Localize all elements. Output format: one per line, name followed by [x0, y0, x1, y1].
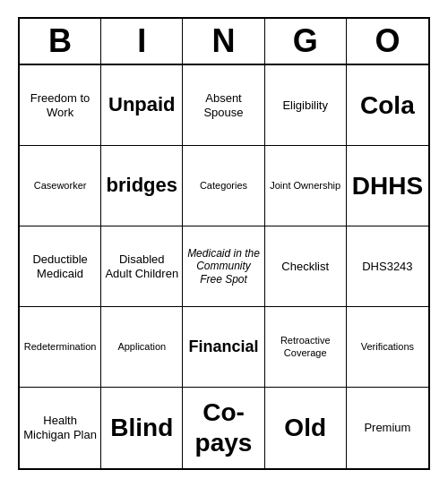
cell-text-8: Joint Ownership: [270, 180, 340, 192]
bingo-cell-14: DHS3243: [347, 226, 428, 307]
bingo-cell-1: Unpaid: [101, 65, 183, 146]
cell-text-6: bridges: [107, 174, 177, 197]
bingo-cell-17: Financial: [183, 307, 264, 388]
cell-text-23: Old: [284, 413, 326, 443]
bingo-cell-5: Caseworker: [20, 146, 101, 226]
bingo-cell-24: Premium: [347, 388, 428, 468]
cell-text-19: Verifications: [361, 341, 414, 353]
bingo-cell-21: Blind: [101, 388, 183, 468]
cell-text-21: Blind: [110, 413, 173, 443]
bingo-cell-11: Disabled Adult Children: [101, 226, 183, 307]
bingo-cell-18: Retroactive Coverage: [265, 307, 347, 388]
bingo-cell-2: Absent Spouse: [183, 65, 264, 146]
cell-text-4: Cola: [360, 90, 415, 121]
header-letter-g: G: [265, 19, 347, 64]
bingo-cell-15: Redetermination: [20, 307, 101, 388]
cell-text-10: Deductible Medicaid: [23, 252, 97, 280]
bingo-cell-19: Verifications: [347, 307, 428, 388]
cell-text-14: DHS3243: [362, 260, 412, 274]
bingo-cell-9: DHHS: [347, 146, 428, 226]
bingo-cell-3: Eligibility: [265, 65, 347, 146]
bingo-cell-6: bridges: [101, 146, 183, 226]
cell-text-17: Financial: [188, 337, 258, 357]
cell-text-9: DHHS: [352, 171, 423, 201]
cell-text-16: Application: [117, 341, 166, 353]
bingo-cell-12: Medicaid in the Community Free Spot: [183, 226, 264, 307]
cell-text-24: Premium: [364, 421, 410, 435]
bingo-cell-4: Cola: [347, 65, 428, 146]
header-letter-i: I: [101, 19, 183, 64]
cell-text-0: Freedom to Work: [23, 91, 97, 119]
cell-text-1: Unpaid: [108, 93, 176, 116]
cell-text-5: Caseworker: [34, 180, 87, 192]
cell-text-2: Absent Spouse: [186, 91, 260, 119]
cell-text-18: Retroactive Coverage: [269, 335, 342, 358]
cell-text-15: Redetermination: [24, 341, 97, 353]
header-letter-b: B: [20, 19, 101, 64]
bingo-card: BINGO Freedom to WorkUnpaidAbsent Spouse…: [18, 17, 430, 470]
cell-text-11: Disabled Adult Children: [105, 252, 178, 280]
bingo-cell-16: Application: [101, 307, 183, 388]
bingo-cell-8: Joint Ownership: [265, 146, 347, 226]
cell-text-22: Co-pays: [186, 397, 260, 457]
header-letter-o: O: [347, 19, 428, 64]
bingo-cell-22: Co-pays: [183, 388, 264, 468]
bingo-cell-10: Deductible Medicaid: [20, 226, 101, 307]
cell-text-12: Medicaid in the Community Free Spot: [186, 247, 260, 286]
bingo-grid: Freedom to WorkUnpaidAbsent SpouseEligib…: [20, 65, 428, 468]
cell-text-13: Checklist: [281, 260, 329, 274]
cell-text-3: Eligibility: [282, 98, 328, 113]
cell-text-20: Health Michigan Plan: [23, 414, 97, 441]
bingo-cell-0: Freedom to Work: [20, 65, 101, 146]
bingo-cell-7: Categories: [183, 146, 264, 226]
bingo-cell-23: Old: [265, 388, 347, 468]
cell-text-7: Categories: [200, 180, 247, 192]
bingo-cell-13: Checklist: [265, 226, 347, 307]
bingo-header: BINGO: [20, 19, 428, 65]
header-letter-n: N: [183, 19, 264, 64]
bingo-cell-20: Health Michigan Plan: [20, 388, 101, 468]
